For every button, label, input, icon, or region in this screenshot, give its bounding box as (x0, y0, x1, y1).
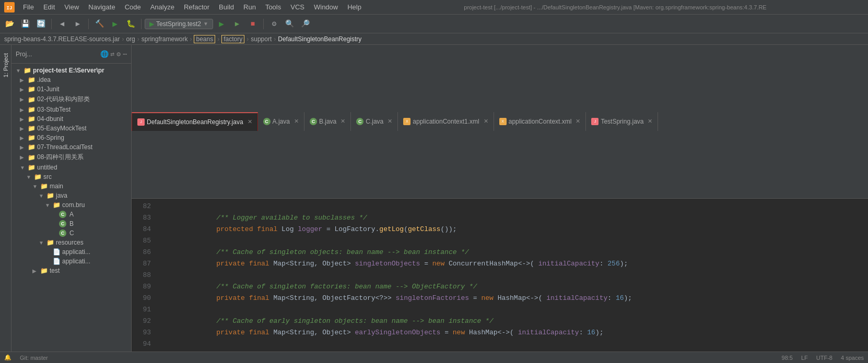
folder-icon: 📁 (28, 143, 36, 151)
tree-label: 07-ThreadLocalTest (37, 143, 92, 151)
menu-run[interactable]: Run (239, 2, 260, 12)
tree-item-appctx2[interactable]: 📄 applicati... (11, 257, 131, 266)
menu-analyze[interactable]: Analyze (146, 2, 179, 12)
bc-class[interactable]: DefaultSingletonBeanRegistry (278, 35, 361, 43)
inspect-btn[interactable]: 🔍 (283, 17, 297, 31)
sidebar-globe-icon[interactable]: 🌐 (100, 50, 109, 58)
tab-close-icon[interactable]: ✕ (388, 118, 392, 125)
tree-label: java (56, 192, 67, 199)
tree-item-idea[interactable]: ▶ 📁 .idea (11, 75, 131, 84)
tree-item-main[interactable]: ▼ 📁 main (11, 182, 131, 191)
tree-label: 03-StubTest (37, 106, 71, 113)
tree-arrow: ▶ (20, 126, 26, 131)
tree-arrow: ▼ (32, 184, 39, 189)
tree-item-03[interactable]: ▶ 📁 03-StubTest (11, 105, 131, 114)
folder-icon: 📁 (28, 106, 36, 113)
tree-label: resources (56, 239, 84, 246)
tab-close-icon[interactable]: ✕ (341, 118, 345, 125)
tab-c[interactable]: C C.java ✕ (351, 112, 398, 131)
bc-support[interactable]: support (251, 35, 272, 43)
tree-item-resources[interactable]: ▼ 📁 resources (11, 238, 131, 247)
c-tab-icon: C (310, 118, 317, 125)
tree-item-java[interactable]: ▼ 📁 java (11, 191, 131, 200)
tab-close-icon[interactable]: ✕ (484, 118, 488, 125)
tree-label: applicati... (62, 248, 90, 256)
tree-arrow: ▶ (20, 96, 26, 102)
tab-defaultsingleton[interactable]: J DefaultSingletonBeanRegistry.java ✕ (132, 112, 258, 131)
java-file-icon: C (59, 229, 66, 237)
build-btn[interactable]: 🔨 (92, 17, 107, 31)
tree-arrow: ▼ (39, 240, 45, 246)
menu-tools[interactable]: Tools (261, 2, 285, 12)
tree-item-02[interactable]: ▶ 📁 02-代码块和内部类 (11, 94, 131, 105)
debug-run-btn[interactable]: ▶ (230, 17, 244, 31)
sidebar-gear-icon[interactable]: ⚙ (116, 50, 121, 58)
tree-label: C (69, 229, 74, 237)
tab-appctx[interactable]: X applicationContext.xml ✕ (494, 112, 587, 131)
tab-close-icon[interactable]: ✕ (648, 118, 652, 125)
menu-refactor[interactable]: Refactor (180, 2, 214, 12)
run-config-selector[interactable]: ▶ TestSpring.test2 ▼ (145, 19, 213, 29)
settings-btn[interactable]: ⚙ (267, 17, 281, 31)
open-file-btn[interactable]: 📂 (2, 17, 17, 31)
bc-org[interactable]: org (126, 35, 135, 43)
menu-vcs[interactable]: VCS (286, 2, 309, 12)
stop-btn[interactable]: ■ (245, 17, 260, 31)
tab-a[interactable]: C A.java ✕ (258, 112, 304, 131)
project-tab[interactable]: 1: Project (2, 49, 10, 81)
tree-label: 02-代码块和内部类 (37, 95, 90, 104)
tab-close-icon[interactable]: ✕ (294, 118, 299, 125)
search-btn[interactable]: 🔎 (298, 17, 313, 31)
tree-item-04[interactable]: ▶ 📁 04-dbunit (11, 114, 131, 124)
menu-file[interactable]: File (19, 2, 38, 12)
tree-item-A[interactable]: C A (11, 210, 131, 219)
menu-code[interactable]: Code (121, 2, 145, 12)
folder-icon: 📁 (28, 125, 36, 132)
back-btn[interactable]: ◀ (55, 17, 69, 31)
save-btn[interactable]: 💾 (18, 17, 32, 31)
bc-springframework[interactable]: springframework (142, 35, 188, 43)
sync-btn[interactable]: 🔄 (33, 17, 48, 31)
sidebar-dots-icon[interactable]: ⋯ (123, 50, 127, 58)
tab-close-icon[interactable]: ✕ (576, 118, 580, 125)
tab-testspring[interactable]: J TestSpring.java ✕ (586, 112, 658, 131)
tree-item-C[interactable]: C C (11, 228, 131, 238)
bc-factory[interactable]: factory (221, 35, 244, 43)
xml-tab-icon: X (499, 118, 507, 125)
code-editor[interactable]: 82 83 84 85 86 87 88 89 90 91 92 93 94 9… (132, 199, 868, 352)
tab-b[interactable]: C B.java ✕ (304, 112, 351, 131)
bc-jar[interactable]: spring-beans-4.3.7.RELEASE-sources.jar (4, 35, 120, 43)
run-button[interactable]: ▶ (214, 17, 229, 31)
svg-text:IJ: IJ (7, 6, 13, 11)
menu-navigate[interactable]: Navigate (84, 2, 119, 12)
tree-item-combru[interactable]: ▼ 📁 com.bru (11, 200, 131, 210)
tree-item-06[interactable]: ▶ 📁 06-Spring (11, 133, 131, 142)
app-icon: IJ (4, 2, 15, 13)
tree-item-appctx1[interactable]: 📄 applicati... (11, 247, 131, 257)
sidebar-arrows-icon[interactable]: ⇄ (111, 50, 115, 58)
tree-item-05[interactable]: ▶ 📁 05-EasyMockTest (11, 124, 131, 133)
forward-btn[interactable]: ▶ (71, 17, 85, 31)
folder-icon: 📁 (28, 164, 36, 171)
tree-item-junit[interactable]: ▶ 📁 01-Junit (11, 84, 131, 94)
bc-beans[interactable]: beans (194, 35, 215, 43)
window-title: project-test [.../project-test] - .../De… (367, 4, 864, 10)
debug-btn[interactable]: 🐛 (123, 17, 138, 31)
tree-item-root[interactable]: ▼ 📁 project-test E:\Server\pr (11, 66, 131, 75)
menu-view[interactable]: View (60, 2, 83, 12)
tab-close-icon[interactable]: ✕ (248, 118, 252, 125)
tree-label: 08-四种引用关系 (37, 153, 84, 162)
tab-appctx1[interactable]: X applicationContext1.xml ✕ (398, 112, 494, 131)
menu-window[interactable]: Window (310, 2, 342, 12)
menu-build[interactable]: Build (215, 2, 238, 12)
tree-item-test[interactable]: ▶ 📁 test (11, 266, 131, 275)
menu-edit[interactable]: Edit (39, 2, 59, 12)
run-green-btn[interactable]: ▶ (108, 17, 122, 31)
tree-item-08[interactable]: ▶ 📁 08-四种引用关系 (11, 152, 131, 163)
menu-help[interactable]: Help (343, 2, 366, 12)
tree-item-07[interactable]: ▶ 📁 07-ThreadLocalTest (11, 142, 131, 152)
tree-item-untitled[interactable]: ▼ 📁 untitled (11, 163, 131, 172)
menu-bar: IJ File Edit View Navigate Code Analyze … (0, 0, 868, 15)
tree-item-B[interactable]: C B (11, 219, 131, 228)
tree-item-src[interactable]: ▼ 📁 src (11, 172, 131, 182)
